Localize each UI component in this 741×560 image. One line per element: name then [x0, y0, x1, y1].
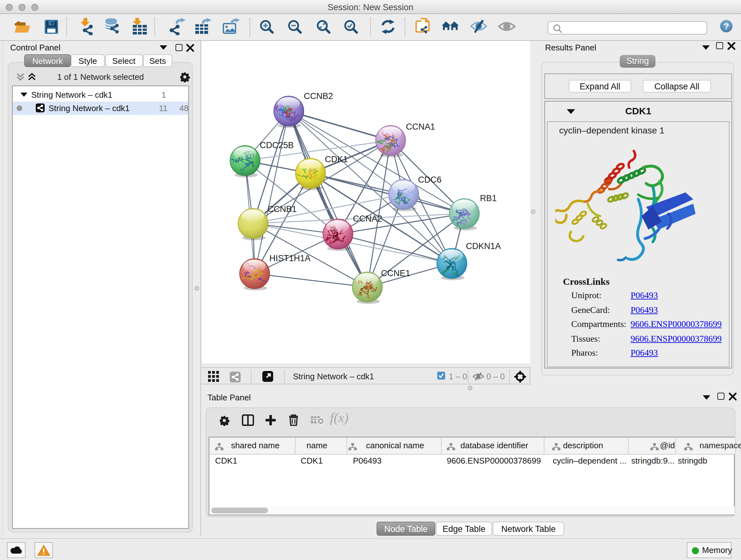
svg-text:HIST1H1A: HIST1H1A: [269, 253, 311, 263]
svg-text:CCNA2: CCNA2: [353, 214, 382, 224]
svg-text:CDK1: CDK1: [325, 154, 348, 164]
svg-text:CDC25B: CDC25B: [260, 140, 294, 150]
svg-text:CDKN1A: CDKN1A: [466, 241, 501, 251]
svg-text:?: ?: [724, 21, 729, 31]
svg-text:CCNA1: CCNA1: [406, 122, 435, 132]
svg-text:CCNB1: CCNB1: [267, 204, 297, 214]
svg-text:CDC6: CDC6: [418, 175, 442, 185]
svg-text:RB1: RB1: [480, 193, 497, 203]
svg-text:CCNE1: CCNE1: [381, 268, 410, 278]
svg-text:CCNB2: CCNB2: [304, 91, 333, 101]
